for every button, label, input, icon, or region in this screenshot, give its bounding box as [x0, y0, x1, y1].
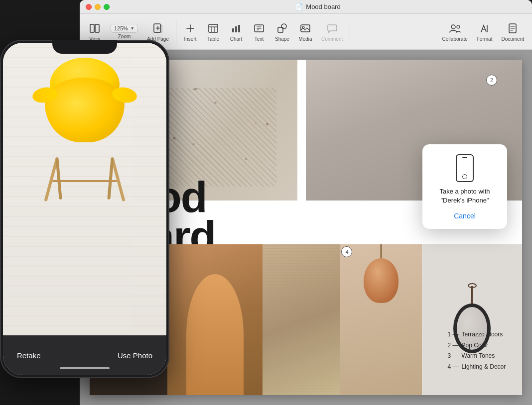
svg-rect-13	[238, 25, 240, 32]
decor-panel: 1 — Terrazzo Floors 2 — Pop Color 3 — Wa…	[340, 244, 522, 395]
camera-controls: Retake Use Photo	[3, 335, 166, 375]
toolbar-right: Collaborate Format	[438, 18, 528, 45]
shape-icon	[275, 21, 289, 35]
media-label: Media	[298, 36, 312, 42]
text-button[interactable]: Text	[248, 18, 270, 45]
rug-image	[263, 244, 349, 395]
shape-label: Shape	[275, 36, 289, 42]
media-button[interactable]: Media	[294, 18, 316, 45]
document-button[interactable]: Document	[497, 18, 528, 45]
traffic-lights	[86, 4, 110, 10]
badge-4: 4	[341, 246, 352, 257]
shape-button[interactable]: Shape	[271, 18, 293, 45]
zoom-value[interactable]: 125% ▼	[111, 24, 138, 33]
list-item: 2 — Pop Color	[448, 340, 506, 351]
zoom-control[interactable]: 125% ▼ Zoom	[107, 21, 142, 42]
chart-button[interactable]: Chart	[225, 18, 247, 45]
comment-icon	[325, 21, 339, 35]
list-item: 3 — Warm Tones	[448, 351, 506, 362]
title-bar: 📄 Mood board	[80, 0, 532, 14]
format-label: Format	[477, 36, 493, 42]
table-icon	[206, 21, 220, 35]
fullscreen-button[interactable]	[104, 4, 110, 10]
media-icon	[298, 21, 312, 35]
svg-point-23	[457, 25, 460, 28]
format-button[interactable]: Format	[473, 18, 497, 45]
list-item: 4 — Lighting & Decor	[448, 362, 506, 373]
text-label: Text	[255, 36, 264, 42]
items-list: 1 — Terrazzo Floors 2 — Pop Color 3 — Wa…	[448, 329, 506, 372]
chart-icon	[229, 21, 243, 35]
chair	[40, 73, 130, 162]
badge-2: 2	[486, 75, 497, 86]
table-label: Table	[207, 36, 219, 42]
iphone-device: Retake Use Photo	[0, 40, 189, 405]
separator-2	[350, 19, 350, 44]
retake-button[interactable]: Retake	[17, 351, 41, 360]
svg-point-19	[281, 24, 286, 29]
add-page-icon	[151, 21, 165, 35]
camera-view	[3, 43, 166, 335]
minimize-button[interactable]	[95, 4, 101, 10]
list-item: 1 — Terrazzo Floors	[448, 329, 506, 340]
table-button[interactable]: Table	[202, 18, 224, 45]
popup-title: Take a photo with"Derek's iPhone"	[431, 187, 498, 205]
svg-rect-1	[95, 24, 99, 32]
svg-point-22	[451, 25, 455, 29]
comment-button[interactable]: Comment	[317, 18, 347, 45]
insert-icon	[183, 21, 197, 35]
window-title: 📄 Mood board	[110, 3, 526, 10]
close-button[interactable]	[86, 4, 92, 10]
phone-icon	[456, 154, 474, 182]
zoom-label: Zoom	[118, 34, 131, 39]
document-icon	[506, 21, 520, 35]
svg-rect-11	[232, 28, 234, 32]
iphone-frame: Retake Use Photo	[0, 40, 169, 378]
svg-rect-12	[235, 26, 237, 32]
iphone-notch	[52, 40, 117, 54]
view-icon	[88, 21, 102, 35]
cancel-button[interactable]: Cancel	[431, 210, 498, 222]
format-icon	[478, 21, 492, 35]
svg-rect-0	[90, 24, 94, 32]
chair-crossbar	[52, 180, 117, 182]
document-label: Document	[501, 36, 524, 42]
comment-label: Comment	[321, 36, 343, 42]
text-icon	[252, 21, 266, 35]
collaborate-label: Collaborate	[442, 36, 468, 42]
doc-icon: 📄	[295, 3, 303, 10]
svg-rect-7	[209, 24, 218, 32]
home-bar	[60, 367, 110, 369]
chair-seat	[45, 78, 125, 142]
window-title-text: Mood board	[306, 3, 340, 10]
collaborate-button[interactable]: Collaborate	[438, 18, 472, 45]
iphone-screen: Retake Use Photo	[3, 43, 166, 375]
iphone-popup: Take a photo with"Derek's iPhone" Cancel	[422, 144, 507, 229]
chart-label: Chart	[230, 36, 242, 42]
collaborate-icon	[448, 21, 462, 35]
use-photo-button[interactable]: Use Photo	[118, 351, 152, 360]
